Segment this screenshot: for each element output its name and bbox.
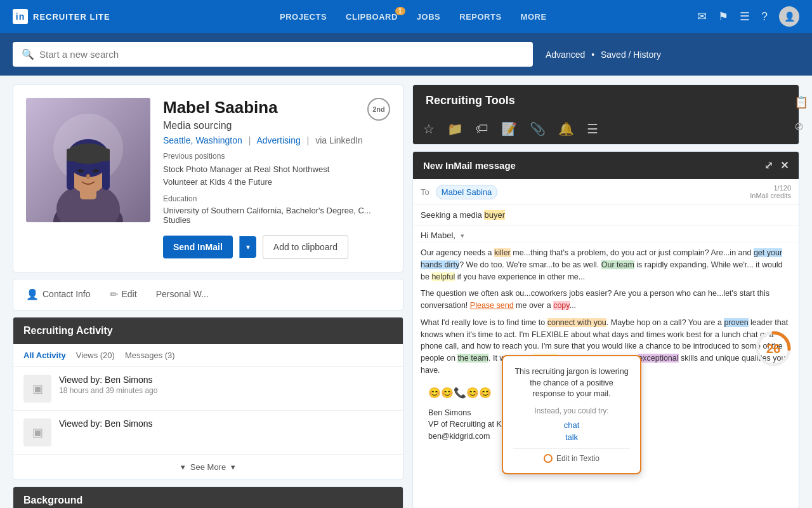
profile-card: 2nd Mabel Saabina Media sourcing Seattle…: [13, 84, 403, 272]
checklist-icon[interactable]: ☰: [740, 10, 750, 23]
inmail-to-label: To: [421, 187, 429, 197]
help-icon[interactable]: ?: [761, 10, 768, 23]
tooltip-options: chat talk: [513, 420, 630, 442]
activity-thumb-1: ▣: [23, 375, 51, 403]
svg-point-12: [93, 169, 99, 173]
profile-name: Mabel Saabina: [163, 98, 390, 117]
profile-city: Seattle: [163, 135, 191, 145]
tooltip-try-label: Instead, you could try:: [513, 406, 630, 415]
activity-tab-views[interactable]: Views (20): [76, 351, 115, 360]
activity-tab-messages[interactable]: Messages (3): [125, 351, 175, 360]
tooltip-option-chat[interactable]: chat: [513, 420, 630, 430]
mail-icon[interactable]: ✉: [697, 10, 707, 23]
left-panel: 2nd Mabel Saabina Media sourcing Seattle…: [13, 84, 412, 508]
app-name: RECRUITER LITE: [33, 12, 110, 22]
subject-highlight: buyer: [484, 210, 505, 220]
right-edge-icons: 📋 ⊘: [790, 89, 799, 140]
svg-rect-8: [102, 158, 110, 190]
activity-time-1: 18 hours and 39 minutes ago: [59, 386, 393, 395]
user-avatar[interactable]: 👤: [779, 6, 799, 27]
linkedin-logo-box: in: [13, 9, 28, 24]
profile-title: Media sourcing: [163, 120, 390, 131]
svg-point-11: [77, 169, 84, 173]
nav-projects[interactable]: PROJECTS: [280, 12, 327, 22]
nav-links: PROJECTS CLIPBOARD 1 JOBS REPORTS MORE: [129, 12, 697, 22]
tooltip-title: This recruiting jargon is lowering the c…: [513, 366, 630, 400]
close-icon[interactable]: ✕: [780, 159, 789, 171]
bell-tool-icon[interactable]: 🔔: [558, 121, 574, 137]
see-more-button[interactable]: ▾ See More ▾: [13, 455, 403, 479]
nav-reports[interactable]: REPORTS: [459, 12, 501, 22]
note-tool-icon[interactable]: 📝: [501, 121, 517, 137]
menu-tool-icon[interactable]: ☰: [587, 121, 598, 137]
prev-pos-2: Volunteer at Kids 4 the Future: [163, 176, 390, 189]
tab-edit[interactable]: ✏ Edit: [110, 279, 137, 310]
profile-info: 2nd Mabel Saabina Media sourcing Seattle…: [163, 98, 390, 259]
maximize-icon[interactable]: ⤢: [764, 159, 773, 171]
recruiting-activity-body: All Activity Views (20) Messages (3) ▣ V…: [13, 344, 403, 479]
personal-tab-label: Personal W...: [156, 289, 209, 299]
search-links: Advanced • Saved / History: [546, 50, 661, 60]
edit-in-textio-button[interactable]: Edit in Textio: [513, 454, 630, 463]
inmail-subject[interactable]: Seeking a media buyer: [413, 205, 799, 225]
saved-history-link[interactable]: Saved / History: [601, 50, 661, 60]
inmail-header: New InMail message ⤢ ✕: [413, 152, 799, 179]
action-buttons: Send InMail ▾ Add to clipboard: [163, 235, 390, 259]
inmail-recipient[interactable]: Mabel Sabina: [436, 185, 498, 199]
activity-item-1: ▣ Viewed by: Ben Simons 18 hours and 39 …: [13, 367, 403, 411]
flag-icon[interactable]: ⚑: [718, 10, 728, 23]
nav-clipboard[interactable]: CLIPBOARD 1: [346, 12, 398, 22]
education-section: Education University of Southern Califor…: [163, 194, 390, 225]
folder-tool-icon[interactable]: 📁: [447, 121, 463, 137]
score-value: 26: [766, 342, 780, 356]
send-inmail-button[interactable]: Send InMail: [163, 236, 233, 258]
profile-location: Seattle, Washington | Advertising | via …: [163, 135, 390, 145]
search-box[interactable]: 🔍: [13, 42, 533, 67]
tooltip-option-talk[interactable]: talk: [513, 432, 630, 442]
settings-edge-icon[interactable]: ⊘: [794, 119, 799, 133]
star-tool-icon[interactable]: ☆: [423, 121, 435, 137]
profile-tabs: 👤 Contact Info ✏ Edit Personal W...: [13, 279, 403, 311]
edit-tab-label: Edit: [122, 289, 137, 299]
activity-tabs: All Activity Views (20) Messages (3): [13, 344, 403, 367]
recruiting-tools-header: Recruiting Tools: [413, 85, 799, 116]
greeting-caret: ▾: [461, 232, 464, 239]
add-clipboard-button[interactable]: Add to clipboard: [263, 235, 348, 259]
nav-more[interactable]: MORE: [521, 12, 547, 22]
edit-icon: ✏: [110, 288, 118, 300]
nav-icon-group: ✉ ⚑ ☰ ? 👤: [697, 6, 799, 27]
prev-pos-1: Stock Photo Manager at Real Shot Northwe…: [163, 163, 390, 176]
profile-edge-icon[interactable]: 📋: [794, 95, 799, 109]
activity-name-2: Viewed by: Ben Simons: [59, 418, 393, 429]
score-circle: 26: [754, 330, 792, 368]
inmail-dropdown-button[interactable]: ▾: [239, 236, 256, 258]
app-logo[interactable]: in RECRUITER LITE: [13, 9, 110, 24]
recruiting-activity-section: Recruiting Activity All Activity Views (…: [13, 317, 403, 480]
svg-rect-7: [67, 158, 74, 190]
inmail-greeting[interactable]: Hi Mabel, ▾: [413, 225, 799, 243]
svg-point-13: [86, 174, 90, 179]
inmail-to-row: To Mabel Sabina 1/120 InMail credits: [413, 179, 799, 205]
profile-via: via LinkedIn: [315, 135, 363, 145]
jargon-tooltip: This recruiting jargon is lowering the c…: [502, 355, 641, 474]
activity-tab-all[interactable]: All Activity: [23, 351, 66, 360]
search-input[interactable]: [39, 49, 524, 60]
recruiting-activity-header: Recruiting Activity: [13, 318, 403, 344]
contact-info-icon: 👤: [26, 288, 39, 300]
paperclip-tool-icon[interactable]: 📎: [530, 121, 546, 137]
profile-degree: 2nd: [367, 98, 390, 121]
nav-jobs[interactable]: JOBS: [417, 12, 440, 22]
prev-positions-label: Previous positions: [163, 152, 390, 161]
activity-thumb-2: ▣: [23, 418, 51, 446]
education-item: University of Southern California, Bache…: [163, 206, 390, 225]
tag-tool-icon[interactable]: 🏷: [476, 121, 488, 137]
background-header: Background: [13, 487, 403, 508]
tab-personal[interactable]: Personal W...: [156, 279, 209, 310]
advanced-search-link[interactable]: Advanced: [546, 50, 585, 60]
activity-item-2: ▣ Viewed by: Ben Simons: [13, 411, 403, 455]
tab-contact-info[interactable]: 👤 Contact Info: [26, 279, 91, 310]
tools-icons-row: ☆ 📁 🏷 📝 📎 🔔 ☰: [413, 116, 799, 144]
previous-positions: Previous positions Stock Photo Manager a…: [163, 152, 390, 188]
profile-header: 2nd Mabel Saabina Media sourcing Seattle…: [26, 98, 390, 259]
profile-photo: [26, 98, 150, 222]
